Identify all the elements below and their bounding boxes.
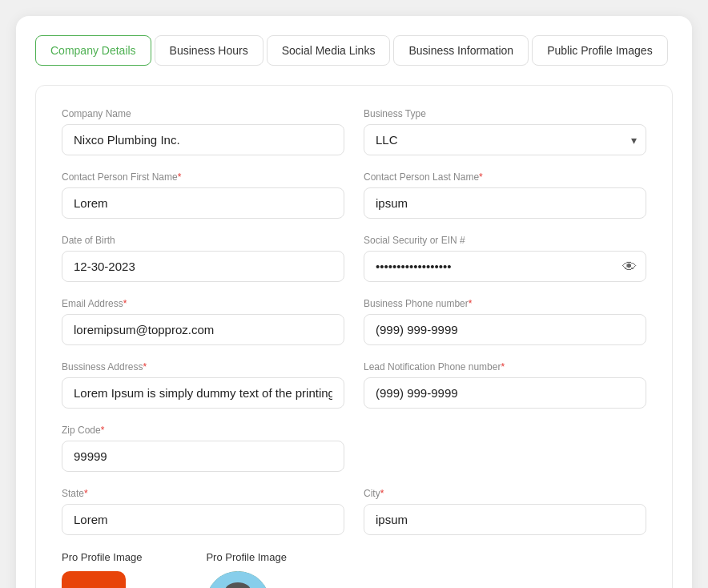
contact-last-name-input[interactable] — [364, 187, 646, 219]
main-card: Company Details Business Hours Social Me… — [16, 16, 692, 588]
state-input[interactable] — [62, 504, 344, 535]
profile-image-logo-section: Pro Profile Image — [62, 551, 142, 588]
eye-icon[interactable]: 👁 — [622, 258, 637, 275]
city-group: City* — [364, 488, 646, 535]
company-logo[interactable] — [62, 571, 126, 588]
profile-image-label-2: Pro Profile Image — [206, 551, 286, 563]
biz-address-input[interactable] — [62, 377, 344, 409]
contact-first-name-group: Contact Person First Name* — [62, 171, 344, 219]
ssn-group: Social Security or EIN # 👁 — [364, 235, 646, 282]
business-type-select-wrapper: LLC Corporation Sole Proprietor Partners… — [364, 124, 646, 155]
row-zip: Zip Code* — [62, 425, 646, 472]
profile-image-label-1: Pro Profile Image — [62, 551, 142, 563]
tab-social-media-links[interactable]: Social Media Links — [267, 35, 391, 66]
state-group: State* — [62, 488, 344, 535]
business-type-label: Business Type — [364, 108, 646, 119]
biz-phone-group: Business Phone number* — [364, 298, 646, 345]
row-contact-names: Contact Person First Name* Contact Perso… — [62, 171, 646, 219]
profile-images-row: Pro Profile Image Pro Profile Image — [62, 551, 646, 588]
company-name-input[interactable] — [62, 124, 344, 155]
tab-bar: Company Details Business Hours Social Me… — [35, 35, 673, 66]
business-type-select[interactable]: LLC Corporation Sole Proprietor Partners… — [364, 124, 646, 155]
form-card: Company Name Business Type LLC Corporati… — [35, 85, 673, 588]
email-input[interactable] — [62, 314, 344, 345]
biz-address-label: Bussiness Address* — [62, 361, 344, 373]
lead-phone-input[interactable] — [364, 377, 646, 409]
contact-first-name-label: Contact Person First Name* — [62, 171, 344, 183]
logo-icon — [74, 584, 113, 588]
email-label: Email Address* — [62, 298, 344, 309]
pro-avatar[interactable] — [206, 571, 270, 588]
lead-phone-group: Lead Notification Phone number* — [364, 361, 646, 409]
ssn-label: Social Security or EIN # — [364, 235, 646, 246]
company-name-group: Company Name — [62, 108, 344, 155]
city-label: City* — [364, 488, 646, 499]
city-input[interactable] — [364, 504, 646, 535]
tab-public-profile-images[interactable]: Public Profile Images — [532, 35, 668, 66]
biz-phone-label: Business Phone number* — [364, 298, 646, 309]
row-dob-ssn: Date of Birth Social Security or EIN # 👁 — [62, 235, 646, 282]
contact-last-name-label: Contact Person Last Name* — [364, 171, 646, 183]
tab-business-information[interactable]: Business Information — [393, 35, 529, 66]
state-label: State* — [62, 488, 344, 499]
profile-image-avatar-section: Pro Profile Image — [206, 551, 286, 588]
biz-phone-input[interactable] — [364, 314, 646, 345]
business-type-group: Business Type LLC Corporation Sole Propr… — [364, 108, 646, 155]
dob-group: Date of Birth — [62, 235, 344, 282]
tab-company-details[interactable]: Company Details — [35, 35, 151, 66]
contact-last-name-group: Contact Person Last Name* — [364, 171, 646, 219]
zip-label: Zip Code* — [62, 425, 344, 436]
row-state-city: State* City* — [62, 488, 646, 535]
contact-first-name-input[interactable] — [62, 187, 344, 219]
tab-business-hours[interactable]: Business Hours — [155, 35, 263, 66]
dob-label: Date of Birth — [62, 235, 344, 246]
company-name-label: Company Name — [62, 108, 344, 119]
zip-group: Zip Code* — [62, 425, 344, 472]
zip-input[interactable] — [62, 441, 344, 472]
row-company-business: Company Name Business Type LLC Corporati… — [62, 108, 646, 155]
ssn-input-wrapper: 👁 — [364, 251, 646, 282]
row-address-leadphone: Bussiness Address* Lead Notification Pho… — [62, 361, 646, 409]
row-email-phone: Email Address* Business Phone number* — [62, 298, 646, 345]
ssn-input[interactable] — [364, 251, 646, 282]
biz-address-group: Bussiness Address* — [62, 361, 344, 409]
lead-phone-label: Lead Notification Phone number* — [364, 361, 646, 373]
avatar-icon — [206, 571, 270, 588]
email-group: Email Address* — [62, 298, 344, 345]
dob-input[interactable] — [62, 251, 344, 282]
